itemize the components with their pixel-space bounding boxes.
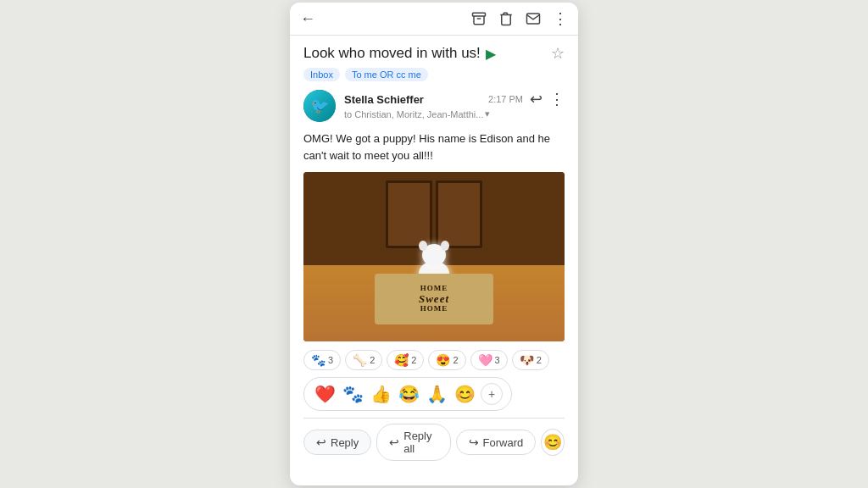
sender-actions: 2:17 PM ↩ ⋮ bbox=[488, 90, 565, 108]
quick-emoji-3[interactable]: 😂 bbox=[397, 382, 421, 406]
reaction-count-1: 2 bbox=[370, 355, 375, 365]
reaction-count-4: 3 bbox=[495, 355, 500, 365]
reaction-emoji-2: 🥰 bbox=[394, 353, 409, 367]
reply-all-icon: ↩ bbox=[389, 435, 399, 449]
dog-head bbox=[422, 244, 446, 266]
email-image: HOME Sweet HOME bbox=[303, 172, 565, 341]
door-panel-left bbox=[386, 180, 432, 248]
reaction-chip-5[interactable]: 🐶 2 bbox=[512, 350, 549, 370]
reaction-count-5: 2 bbox=[537, 355, 542, 365]
email-body: OMG! We got a puppy! His name is Edison … bbox=[303, 130, 565, 164]
door-panels bbox=[386, 180, 482, 248]
reply-label: Reply bbox=[331, 436, 359, 449]
reaction-emoji-5: 🐶 bbox=[520, 353, 534, 367]
quick-emoji-1[interactable]: 🐾 bbox=[341, 382, 365, 406]
toolbar-actions: ⋮ bbox=[471, 9, 568, 28]
reaction-count-2: 2 bbox=[411, 355, 416, 365]
emoji-more-button[interactable]: + bbox=[481, 383, 503, 405]
inbox-tag[interactable]: Inbox bbox=[303, 68, 340, 81]
reply-all-label: Reply all bbox=[403, 430, 437, 455]
reaction-emoji-4: 🩷 bbox=[478, 353, 492, 367]
recipient-text: to Christian, Moritz, Jean-Matthi... bbox=[344, 109, 483, 119]
archive-button[interactable] bbox=[471, 11, 487, 26]
quick-emoji-2[interactable]: 👍 bbox=[369, 382, 393, 406]
reply-button[interactable]: ↩ Reply bbox=[303, 430, 371, 455]
reply-all-button[interactable]: ↩ Reply all bbox=[376, 424, 450, 461]
dog-ear-left bbox=[419, 241, 427, 251]
sender-name: Stella Schieffer bbox=[344, 93, 424, 106]
reply-icon: ↩ bbox=[316, 435, 326, 449]
avatar-image: 🐦 bbox=[303, 90, 336, 122]
reaction-emoji-3: 😍 bbox=[436, 353, 450, 367]
forward-label: Forward bbox=[483, 436, 524, 449]
emoji-face-icon: 😊 bbox=[543, 433, 562, 452]
phone-frame: ← ⋮ bbox=[290, 3, 578, 485]
sender-info: Stella Schieffer 2:17 PM ↩ ⋮ to Christia… bbox=[344, 90, 565, 119]
forward-icon: ↪ bbox=[469, 435, 479, 449]
reaction-chip-3[interactable]: 😍 2 bbox=[428, 350, 465, 370]
reaction-chip-4[interactable]: 🩷 3 bbox=[470, 350, 508, 370]
send-time: 2:17 PM bbox=[488, 94, 523, 104]
email-subject: Look who moved in with us! ▶ bbox=[303, 45, 496, 62]
quick-emoji-0[interactable]: ❤️ bbox=[313, 382, 337, 406]
top-toolbar: ← ⋮ bbox=[290, 3, 578, 36]
cc-tag[interactable]: To me OR cc me bbox=[345, 68, 428, 81]
forward-button[interactable]: ↪ Forward bbox=[456, 430, 537, 455]
reaction-count-3: 2 bbox=[453, 355, 458, 365]
svg-rect-0 bbox=[473, 13, 486, 16]
dog-ear-right bbox=[441, 241, 449, 251]
emoji-reaction-button[interactable]: 😊 bbox=[541, 429, 565, 456]
action-buttons-row: ↩ Reply ↩ Reply all ↪ Forward 😊 bbox=[303, 418, 565, 466]
sender-name-row: Stella Schieffer 2:17 PM ↩ ⋮ bbox=[344, 90, 565, 108]
sender-row: 🐦 Stella Schieffer 2:17 PM ↩ ⋮ to Christ… bbox=[303, 90, 565, 122]
emoji-quick-row: ❤️ 🐾 👍 😂 🙏 😊 + bbox=[303, 377, 512, 411]
doormat: HOME Sweet HOME bbox=[375, 274, 493, 324]
more-button[interactable]: ⋮ bbox=[553, 9, 568, 28]
reaction-count-0: 3 bbox=[328, 355, 333, 365]
doormat-text: HOME Sweet HOME bbox=[419, 285, 449, 313]
email-tags: Inbox To me OR cc me bbox=[303, 68, 565, 81]
mail-button[interactable] bbox=[526, 11, 541, 26]
quick-emoji-5[interactable]: 😊 bbox=[453, 382, 477, 406]
reply-sender-button[interactable]: ↩ bbox=[530, 90, 542, 108]
avatar: 🐦 bbox=[303, 90, 336, 122]
trash-button[interactable] bbox=[498, 11, 514, 26]
star-button[interactable]: ☆ bbox=[551, 44, 565, 63]
sender-more-button[interactable]: ⋮ bbox=[549, 90, 565, 108]
recipient-row: to Christian, Moritz, Jean-Matthi... ▾ bbox=[344, 108, 565, 119]
reaction-chip-0[interactable]: 🐾 3 bbox=[303, 350, 341, 370]
reaction-emoji-1: 🦴 bbox=[353, 353, 367, 367]
quick-emoji-4[interactable]: 🙏 bbox=[425, 382, 449, 406]
email-content: Look who moved in with us! ▶ ☆ Inbox To … bbox=[290, 36, 578, 485]
door-panel-right bbox=[436, 180, 482, 248]
subject-icon: ▶ bbox=[486, 46, 496, 62]
back-button[interactable]: ← bbox=[300, 10, 315, 28]
expand-recipients-icon[interactable]: ▾ bbox=[485, 108, 490, 119]
subject-text: Look who moved in with us! bbox=[303, 45, 481, 62]
reactions-row: 🐾 3 🦴 2 🥰 2 😍 2 🩷 3 🐶 2 bbox=[303, 350, 565, 370]
reaction-chip-1[interactable]: 🦴 2 bbox=[345, 350, 382, 370]
reaction-emoji-0: 🐾 bbox=[311, 353, 326, 367]
reaction-chip-2[interactable]: 🥰 2 bbox=[387, 350, 424, 370]
subject-row: Look who moved in with us! ▶ ☆ bbox=[303, 44, 565, 63]
